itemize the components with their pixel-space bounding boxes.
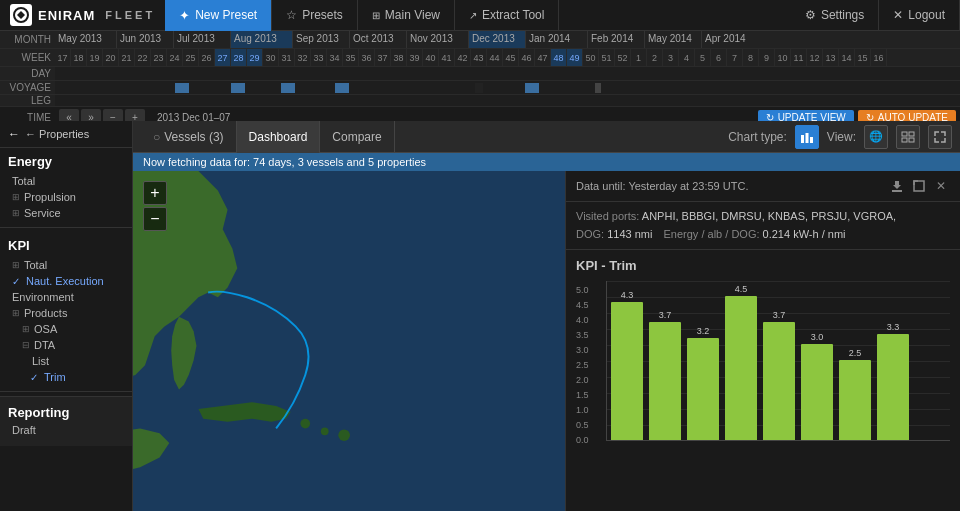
sidebar-kpi-trim[interactable]: ✓ Trim: [8, 369, 124, 385]
sidebar-kpi-dta[interactable]: ⊟ DTA: [8, 337, 124, 353]
week-52[interactable]: 52: [615, 49, 631, 66]
week-4[interactable]: 4: [679, 49, 695, 66]
map-zoom-in-btn[interactable]: +: [143, 181, 167, 205]
week-6[interactable]: 6: [711, 49, 727, 66]
week-content[interactable]: 1718192021222324252627282930313233343536…: [55, 49, 960, 66]
month-content[interactable]: May 2013 Jun 2013 Jul 2013 Aug 2013 Sep …: [55, 31, 960, 48]
tab-compare[interactable]: Compare: [320, 121, 394, 153]
week-24[interactable]: 24: [167, 49, 183, 66]
week-16[interactable]: 16: [871, 49, 887, 66]
fullscreen-icon[interactable]: [910, 177, 928, 195]
week-38[interactable]: 38: [391, 49, 407, 66]
nav-extract-tool[interactable]: ↗ Extract Tool: [455, 0, 559, 31]
sidebar-kpi-total[interactable]: ⊞ Total: [8, 257, 124, 273]
sidebar-reporting[interactable]: Reporting Draft: [0, 396, 132, 446]
week-17[interactable]: 17: [55, 49, 71, 66]
sidebar-kpi-env[interactable]: Environment: [8, 289, 124, 305]
week-28[interactable]: 28: [231, 49, 247, 66]
dta-expand: ⊟: [22, 340, 30, 350]
close-panel-icon[interactable]: ✕: [932, 177, 950, 195]
status-bar: Now fetching data for: 74 days, 3 vessel…: [133, 153, 960, 171]
nav-main-view[interactable]: ⊞ Main View: [358, 0, 455, 31]
week-1[interactable]: 1: [631, 49, 647, 66]
week-34[interactable]: 34: [327, 49, 343, 66]
week-7[interactable]: 7: [727, 49, 743, 66]
svg-rect-2: [805, 133, 808, 143]
week-27[interactable]: 27: [215, 49, 231, 66]
week-26[interactable]: 26: [199, 49, 215, 66]
chart-bar-btn[interactable]: [795, 125, 819, 149]
week-12[interactable]: 12: [807, 49, 823, 66]
week-37[interactable]: 37: [375, 49, 391, 66]
sidebar-energy-total[interactable]: Total: [8, 173, 124, 189]
week-2[interactable]: 2: [647, 49, 663, 66]
week-3[interactable]: 3: [663, 49, 679, 66]
week-21[interactable]: 21: [119, 49, 135, 66]
week-44[interactable]: 44: [487, 49, 503, 66]
week-29[interactable]: 29: [247, 49, 263, 66]
week-30[interactable]: 30: [263, 49, 279, 66]
week-35[interactable]: 35: [343, 49, 359, 66]
download-icon[interactable]: [888, 177, 906, 195]
sidebar-back[interactable]: ← ← Properties: [0, 121, 132, 148]
sidebar-kpi-list[interactable]: List: [8, 353, 124, 369]
week-18[interactable]: 18: [71, 49, 87, 66]
y-25: 2.5: [576, 360, 600, 370]
map-zoom-out-btn[interactable]: −: [143, 207, 167, 231]
logo: ENIRAM FLEET: [0, 4, 165, 26]
week-48[interactable]: 48: [551, 49, 567, 66]
week-10[interactable]: 10: [775, 49, 791, 66]
sidebar-draft[interactable]: Draft: [8, 420, 124, 438]
week-23[interactable]: 23: [151, 49, 167, 66]
week-33[interactable]: 33: [311, 49, 327, 66]
sidebar-kpi-products[interactable]: ⊞ Products: [8, 305, 124, 321]
view-grid-btn[interactable]: [896, 125, 920, 149]
week-15[interactable]: 15: [855, 49, 871, 66]
nav-settings[interactable]: ⚙ Settings: [791, 0, 879, 31]
nav-new-preset[interactable]: ✦ New Preset: [165, 0, 272, 31]
sidebar-service[interactable]: ⊞ Service: [8, 205, 124, 221]
week-45[interactable]: 45: [503, 49, 519, 66]
week-11[interactable]: 11: [791, 49, 807, 66]
week-25[interactable]: 25: [183, 49, 199, 66]
day-content[interactable]: [55, 67, 960, 80]
nav-settings-label: Settings: [821, 8, 864, 22]
expand-btn[interactable]: [928, 125, 952, 149]
month-oct: Oct 2013: [350, 31, 407, 48]
week-13[interactable]: 13: [823, 49, 839, 66]
sidebar-kpi-osa[interactable]: ⊞ OSA: [8, 321, 124, 337]
week-43[interactable]: 43: [471, 49, 487, 66]
voyage-content[interactable]: [55, 81, 960, 94]
view-globe-btn[interactable]: 🌐: [864, 125, 888, 149]
week-39[interactable]: 39: [407, 49, 423, 66]
leg-content[interactable]: [55, 95, 960, 106]
week-32[interactable]: 32: [295, 49, 311, 66]
week-40[interactable]: 40: [423, 49, 439, 66]
nav-presets[interactable]: ☆ Presets: [272, 0, 358, 31]
tab-dashboard[interactable]: Dashboard: [237, 121, 321, 153]
week-36[interactable]: 36: [359, 49, 375, 66]
week-49[interactable]: 49: [567, 49, 583, 66]
week-46[interactable]: 46: [519, 49, 535, 66]
week-47[interactable]: 47: [535, 49, 551, 66]
sidebar-propulsion[interactable]: ⊞ Propulsion: [8, 189, 124, 205]
week-41[interactable]: 41: [439, 49, 455, 66]
week-22[interactable]: 22: [135, 49, 151, 66]
sidebar-kpi-naut[interactable]: Naut. Execution: [8, 273, 124, 289]
week-31[interactable]: 31: [279, 49, 295, 66]
week-42[interactable]: 42: [455, 49, 471, 66]
week-9[interactable]: 9: [759, 49, 775, 66]
week-8[interactable]: 8: [743, 49, 759, 66]
nav-logout[interactable]: ✕ Logout: [879, 0, 960, 31]
week-14[interactable]: 14: [839, 49, 855, 66]
week-row[interactable]: WEEK 17181920212223242526272829303132333…: [0, 49, 960, 67]
map-area[interactable]: + −: [133, 171, 565, 511]
week-19[interactable]: 19: [87, 49, 103, 66]
week-5[interactable]: 5: [695, 49, 711, 66]
reporting-title[interactable]: Reporting: [8, 405, 124, 420]
week-50[interactable]: 50: [583, 49, 599, 66]
week-51[interactable]: 51: [599, 49, 615, 66]
week-20[interactable]: 20: [103, 49, 119, 66]
tab-vessels[interactable]: ○ Vessels (3): [141, 121, 237, 153]
settings-icon: ⚙: [805, 8, 816, 22]
